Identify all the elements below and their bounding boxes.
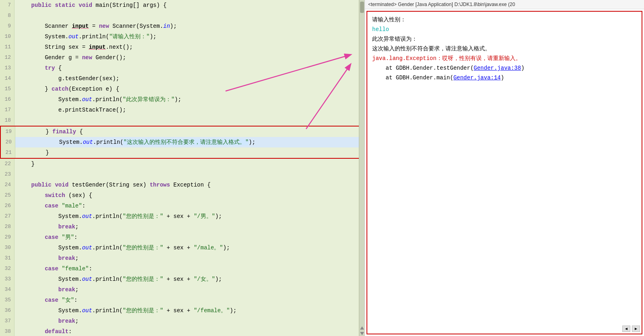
- console-line-7: at GDBH.Gender.main(Gender.java:14): [372, 73, 637, 83]
- code-row-10: 10 System.out.println("请输入性别：");: [0, 31, 364, 42]
- console-panel: <terminated> Gender [Java Application] D…: [364, 0, 644, 336]
- console-body: 请输入性别： hello 此次异常错误为： 这次输入的性别不符合要求，请注意输入…: [367, 11, 642, 334]
- code-row-38: 38 default:: [0, 326, 364, 336]
- code-row-19: 19 } finally {: [1, 127, 360, 137]
- code-row-35: 35 case "女":: [0, 295, 364, 305]
- console-line-6: at GDBH.Gender.testGender(Gender.java:38…: [372, 63, 637, 73]
- code-row-37: 37 break;: [0, 316, 364, 326]
- code-row-14: 14 g.testGender(sex);: [0, 73, 364, 84]
- code-row-34: 34 break;: [0, 284, 364, 295]
- code-panel: 7 public static void main(String[] args)…: [0, 0, 364, 336]
- code-row-27: 27 System.out.println("您的性别是：" + sex + "…: [0, 211, 364, 222]
- code-row-17: 17 e.printStackTrace();: [0, 105, 364, 115]
- link-gender-38[interactable]: Gender.java:38: [474, 65, 521, 71]
- console-line-3: 此次异常错误为：: [372, 34, 637, 44]
- code-row-21: 21 }: [1, 147, 360, 158]
- code-row-24: 24 public void testGender(String sex) th…: [0, 180, 364, 190]
- scroll-down-icon[interactable]: [360, 332, 364, 335]
- console-header: <terminated> Gender [Java Application] D…: [365, 0, 644, 9]
- code-row-25: 25 switch (sex) {: [0, 190, 364, 201]
- console-line-5: java.lang.Exception：哎呀，性别有误，请重新输入。: [372, 54, 637, 63]
- console-scroll-right[interactable]: ▶: [632, 326, 640, 332]
- code-row-28: 28 break;: [0, 222, 364, 232]
- code-row-20: 20 System.out.println("这次输入的性别不符合要求，请注意输…: [1, 137, 360, 147]
- code-scrollbar[interactable]: [359, 0, 364, 336]
- code-row-16: 16 System.out.println("此次异常错误为：");: [0, 94, 364, 105]
- code-row-9: 9 Scanner input = new Scanner(System.in)…: [0, 21, 364, 31]
- code-row-18: 18: [0, 115, 364, 126]
- console-line-4: 这次输入的性别不符合要求，请注意输入格式。: [372, 44, 637, 54]
- console-scroll-left[interactable]: ◀: [622, 326, 630, 332]
- code-row-15: 15 } catch(Exception e) {: [0, 84, 364, 94]
- code-row-12: 12 Gender g = new Gender();: [0, 52, 364, 63]
- code-row-29: 29 case "男":: [0, 232, 364, 243]
- red-box-section: 19 } finally { 20 System.out.println("这次…: [0, 126, 361, 159]
- code-row-11: 11 String sex = input.next();: [0, 42, 364, 52]
- code-row-13: 13 try {: [0, 63, 364, 73]
- code-row-33: 33 System.out.println("您的性别是：" + sex + "…: [0, 274, 364, 284]
- link-gender-14[interactable]: Gender.java:14: [453, 75, 501, 81]
- code-row-26: 26 case "male":: [0, 201, 364, 211]
- console-line-2: hello: [372, 25, 637, 34]
- code-row-23: 23: [0, 169, 364, 180]
- code-row-7: 7 public static void main(String[] args)…: [0, 0, 364, 10]
- code-row-31: 31 break;: [0, 253, 364, 263]
- scroll-up-icon[interactable]: [360, 326, 364, 330]
- code-row-36: 36 System.out.println("您的性别是：" + sex + "…: [0, 305, 364, 316]
- console-scroll-controls: ◀ ▶: [622, 326, 640, 332]
- code-row-30: 30 System.out.println("您的性别是：" + sex + "…: [0, 243, 364, 253]
- code-row-22: 22 }: [0, 159, 364, 169]
- code-row-32: 32 case "female":: [0, 263, 364, 274]
- code-scrollbar-thumb[interactable]: [360, 2, 364, 13]
- console-line-1: 请输入性别：: [372, 15, 637, 25]
- code-row-8: 8: [0, 10, 364, 21]
